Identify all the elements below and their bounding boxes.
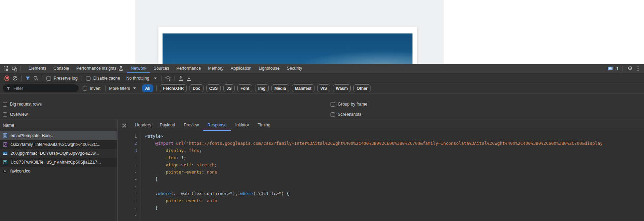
line-number: -: [117, 211, 137, 219]
clear-network-log-button[interactable]: [11, 74, 19, 82]
filter-chip-other[interactable]: Other: [353, 84, 370, 92]
group-by-frame-checkbox[interactable]: [331, 102, 335, 107]
request-row-200-jpg-hmac-dcyursp-oqh5jp9vgc-szjw[interactable]: 200.jpg?hmac=DCYUrsp-OQh5Jp9vgc-sZJw...: [0, 149, 117, 158]
filter-chip-wasm[interactable]: Wasm: [333, 84, 351, 92]
detail-tabbar: HeadersPayloadPreviewResponseInitiatorTi…: [117, 120, 644, 131]
search-icon[interactable]: [32, 74, 40, 82]
screenshots-checkbox-row[interactable]: Screenshots: [331, 109, 367, 120]
disable-cache-checkbox-row[interactable]: Disable cache: [86, 76, 120, 81]
big-request-rows-checkbox-row[interactable]: Big request rows: [3, 99, 42, 109]
tab-performance-insights[interactable]: Performance insights: [73, 64, 127, 73]
screenshots-checkbox[interactable]: [331, 112, 335, 117]
code-token-value: auto: [207, 198, 217, 203]
more-options-icon[interactable]: [635, 66, 641, 71]
overview-checkbox[interactable]: [3, 112, 7, 117]
tab-lighthouse[interactable]: Lighthouse: [255, 64, 283, 73]
code-token-keyword: @import: [155, 141, 173, 146]
big-request-rows-checkbox[interactable]: [3, 102, 7, 107]
tab-label: Lighthouse: [258, 66, 279, 71]
detail-tabs: HeadersPayloadPreviewResponseInitiatorTi…: [131, 120, 275, 131]
code-token-plain: [145, 141, 155, 146]
code-gutter: 123---------: [117, 131, 141, 221]
code-token-plain: ;: [184, 155, 186, 160]
settings-gear-icon[interactable]: ⚙: [626, 65, 634, 73]
filter-input[interactable]: [3, 84, 79, 92]
detail-tab-headers[interactable]: Headers: [131, 120, 155, 131]
network-main: Name email?template=Basiccss2?family=Int…: [0, 120, 644, 221]
option-label: Group by frame: [338, 102, 367, 107]
tab-label: Network: [131, 66, 146, 71]
tab-sources[interactable]: Sources: [150, 64, 173, 73]
device-toolbar-icon[interactable]: [10, 65, 18, 73]
detail-tab-preview[interactable]: Preview: [179, 120, 203, 131]
code-token-plain: [145, 162, 166, 167]
request-name: css2?family=Inter%3Aital%2Cwght%400%2C..…: [11, 142, 100, 147]
group-by-frame-checkbox-row[interactable]: Group by frame: [331, 99, 367, 109]
tab-console[interactable]: Console: [50, 64, 73, 73]
preserve-log-checkbox[interactable]: [46, 76, 51, 81]
filter-chip-fetch-xhr[interactable]: Fetch/XHR: [160, 84, 187, 92]
request-row-favicon-ico[interactable]: favicon.ico: [0, 167, 117, 176]
filter-chip-img[interactable]: Img: [255, 84, 268, 92]
code-line: pointer-events: auto: [145, 197, 644, 204]
preserve-log-checkbox-row[interactable]: Preserve log: [46, 76, 78, 81]
detail-tab-timing[interactable]: Timing: [253, 120, 275, 131]
filter-chip-media[interactable]: Media: [271, 84, 289, 92]
filter-chip-manifest[interactable]: Manifest: [292, 84, 315, 92]
tab-elements[interactable]: Elements: [25, 64, 50, 73]
request-row-css2-family-inter-3aital-2cwght-400-2c[interactable]: css2?family=Inter%3Aital%2Cwght%400%2C..…: [0, 140, 117, 149]
tab-application[interactable]: Application: [227, 64, 255, 73]
request-row-email-template-basic[interactable]: email?template=Basic: [0, 131, 117, 140]
detail-tab-initiator[interactable]: Initiator: [231, 120, 253, 131]
detail-tab-response[interactable]: Response: [203, 120, 231, 131]
disable-cache-checkbox[interactable]: [86, 76, 90, 81]
invert-checkbox-row[interactable]: Invert: [83, 86, 100, 91]
divider: [20, 66, 21, 71]
code-line: align-self: stretch;: [145, 161, 644, 168]
messages-icon[interactable]: [606, 65, 614, 73]
invert-checkbox[interactable]: [83, 86, 87, 91]
export-har-icon[interactable]: [185, 74, 193, 82]
filter-chip-js[interactable]: JS: [223, 84, 235, 92]
detail-tab-payload[interactable]: Payload: [155, 120, 179, 131]
code-token-plain: 1: [181, 155, 184, 160]
filter-chip-css[interactable]: CSS: [206, 84, 221, 92]
request-detail-pane: HeadersPayloadPreviewResponseInitiatorTi…: [117, 120, 644, 221]
record-network-log-button[interactable]: [3, 74, 11, 82]
more-filters-dropdown[interactable]: More filters: [109, 86, 136, 91]
import-har-icon[interactable]: [177, 74, 185, 82]
request-type-chips: AllFetch/XHRDocCSSJSFontImgMediaManifest…: [142, 84, 370, 92]
filter-chip-font[interactable]: Font: [237, 84, 252, 92]
tab-label: Performance insights: [76, 66, 116, 71]
divider: [82, 75, 82, 81]
tab-security[interactable]: Security: [283, 64, 306, 73]
filter-chip-all[interactable]: All: [142, 84, 153, 92]
filter-toggle-icon[interactable]: [24, 74, 32, 82]
close-detail-icon[interactable]: [117, 120, 131, 131]
caret-down-icon: [133, 87, 136, 89]
code-line: :where(.__wab_flex-container>*),:where(.…: [145, 190, 644, 197]
code-token-value: flex: [189, 148, 199, 153]
divider: [622, 66, 622, 71]
option-label: Overview: [10, 112, 28, 117]
tab-memory[interactable]: Memory: [205, 64, 227, 73]
code-token-selector_fn: where: [240, 191, 253, 196]
tab-performance[interactable]: Performance: [173, 64, 205, 73]
hero-image: [163, 33, 412, 64]
code-lines: <style> @import url('https://fonts.googl…: [141, 131, 644, 221]
tab-network[interactable]: Network: [127, 64, 150, 73]
filter-chip-ws[interactable]: WS: [317, 84, 330, 92]
inspect-element-icon[interactable]: [2, 65, 10, 73]
code-token-plain: [145, 169, 166, 175]
devtools-panel: ElementsConsolePerformance insightsNetwo…: [0, 64, 644, 221]
filter-chip-doc[interactable]: Doc: [190, 84, 204, 92]
page-gray-panel: [135, 0, 444, 64]
code-token-plain: :: [191, 162, 196, 167]
code-token-plain: :: [145, 191, 158, 196]
name-column-header[interactable]: Name: [0, 120, 117, 131]
request-row-ucc73fwrk3iltehus-nvmrmxcp50sjia1zl7[interactable]: UcC73FwrK3iLTeHuS_nVMrMxCp50SjIa1ZL7...: [0, 158, 117, 167]
throttling-dropdown[interactable]: No throttling: [126, 76, 157, 81]
tab-label: Application: [230, 66, 251, 71]
network-conditions-icon[interactable]: [164, 74, 172, 82]
overview-checkbox-row[interactable]: Overview: [3, 109, 42, 120]
